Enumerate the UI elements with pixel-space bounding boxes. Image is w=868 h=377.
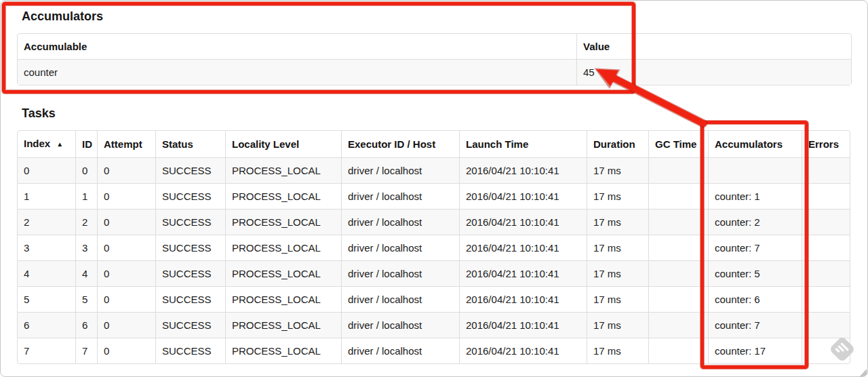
task-gc-time-cell	[648, 183, 708, 209]
task-locality-cell: PROCESS_LOCAL	[225, 209, 341, 235]
task-index-cell: 0	[18, 157, 75, 183]
col-header-attempt[interactable]: Attempt	[97, 131, 155, 157]
task-row: 550SUCCESSPROCESS_LOCALdriver / localhos…	[18, 286, 850, 312]
task-status-cell: SUCCESS	[155, 183, 225, 209]
task-status-cell: SUCCESS	[155, 157, 225, 183]
task-status-cell: SUCCESS	[155, 312, 225, 338]
task-attempt-cell: 0	[97, 260, 155, 286]
task-attempt-cell: 0	[97, 286, 155, 312]
task-launch-time-cell: 2016/04/21 10:10:41	[459, 235, 587, 260]
task-duration-cell: 17 ms	[587, 338, 648, 363]
task-id-cell: 1	[75, 183, 97, 209]
col-header-gc-time[interactable]: GC Time	[648, 131, 708, 157]
task-duration-cell: 17 ms	[587, 157, 648, 183]
task-duration-cell: 17 ms	[587, 286, 648, 312]
accumulators-table: Accumulable Value counter 45	[17, 33, 852, 85]
task-executor-cell: driver / localhost	[341, 209, 459, 235]
task-accumulators-cell: counter: 7	[708, 235, 802, 260]
task-executor-cell: driver / localhost	[341, 157, 459, 183]
task-row: 330SUCCESSPROCESS_LOCALdriver / localhos…	[18, 235, 850, 260]
task-duration-cell: 17 ms	[587, 235, 648, 260]
task-id-cell: 5	[75, 286, 97, 312]
task-gc-time-cell	[648, 260, 708, 286]
task-gc-time-cell	[648, 338, 708, 363]
col-header-executor-id-host[interactable]: Executor ID / Host	[341, 131, 459, 157]
task-locality-cell: PROCESS_LOCAL	[225, 260, 341, 286]
task-attempt-cell: 0	[97, 183, 155, 209]
task-errors-cell	[802, 260, 850, 286]
tasks-section-title: Tasks	[22, 106, 849, 121]
task-errors-cell	[802, 209, 850, 235]
task-status-cell: SUCCESS	[155, 235, 225, 260]
col-header-index-label: Index	[24, 138, 50, 149]
task-attempt-cell: 0	[97, 312, 155, 338]
task-launch-time-cell: 2016/04/21 10:10:41	[459, 157, 587, 183]
task-launch-time-cell: 2016/04/21 10:10:41	[459, 209, 587, 235]
accumulators-section-title: Accumulators	[22, 9, 849, 24]
task-attempt-cell: 0	[97, 209, 155, 235]
task-launch-time-cell: 2016/04/21 10:10:41	[459, 312, 587, 338]
task-row: 770SUCCESSPROCESS_LOCALdriver / localhos…	[18, 338, 850, 363]
task-row: 660SUCCESSPROCESS_LOCALdriver / localhos…	[18, 312, 850, 338]
task-errors-cell	[802, 235, 850, 260]
task-index-cell: 5	[18, 286, 75, 312]
page-content: Accumulators Accumulable Value counter 4…	[1, 1, 867, 364]
col-header-value[interactable]: Value	[576, 34, 851, 59]
col-header-accumulable[interactable]: Accumulable	[18, 34, 576, 59]
task-id-cell: 6	[75, 312, 97, 338]
task-gc-time-cell	[648, 312, 708, 338]
task-attempt-cell: 0	[97, 157, 155, 183]
col-header-locality-level[interactable]: Locality Level	[225, 131, 341, 157]
task-accumulators-cell: counter: 17	[708, 338, 802, 363]
task-gc-time-cell	[648, 209, 708, 235]
tasks-table: Index▲ ID Attempt Status Locality Level …	[17, 130, 850, 364]
task-launch-time-cell: 2016/04/21 10:10:41	[459, 260, 587, 286]
task-locality-cell: PROCESS_LOCAL	[225, 312, 341, 338]
task-index-cell: 6	[18, 312, 75, 338]
accumulators-header-row: Accumulable Value	[18, 34, 851, 59]
accumulator-row: counter 45	[18, 59, 851, 85]
col-header-id[interactable]: ID	[75, 131, 97, 157]
task-accumulators-cell: counter: 7	[708, 312, 802, 338]
task-executor-cell: driver / localhost	[341, 338, 459, 363]
task-duration-cell: 17 ms	[587, 260, 648, 286]
task-id-cell: 7	[75, 338, 97, 363]
task-row: 220SUCCESSPROCESS_LOCALdriver / localhos…	[18, 209, 850, 235]
task-duration-cell: 17 ms	[587, 183, 648, 209]
task-executor-cell: driver / localhost	[341, 260, 459, 286]
task-row: 000SUCCESSPROCESS_LOCALdriver / localhos…	[18, 157, 850, 183]
task-index-cell: 3	[18, 235, 75, 260]
task-gc-time-cell	[648, 286, 708, 312]
col-header-duration[interactable]: Duration	[587, 131, 648, 157]
col-header-index[interactable]: Index▲	[18, 131, 75, 157]
task-id-cell: 2	[75, 209, 97, 235]
task-executor-cell: driver / localhost	[341, 183, 459, 209]
task-accumulators-cell: counter: 6	[708, 286, 802, 312]
sort-ascending-icon: ▲	[56, 140, 63, 148]
task-row: 110SUCCESSPROCESS_LOCALdriver / localhos…	[18, 183, 850, 209]
accumulable-name-cell: counter	[18, 59, 576, 85]
spark-stage-page: Accumulators Accumulable Value counter 4…	[0, 0, 868, 377]
col-header-accumulators[interactable]: Accumulators	[708, 131, 802, 157]
task-index-cell: 4	[18, 260, 75, 286]
task-index-cell: 7	[18, 338, 75, 363]
task-launch-time-cell: 2016/04/21 10:10:41	[459, 338, 587, 363]
task-index-cell: 2	[18, 209, 75, 235]
task-status-cell: SUCCESS	[155, 338, 225, 363]
task-id-cell: 3	[75, 235, 97, 260]
task-gc-time-cell	[648, 235, 708, 260]
task-executor-cell: driver / localhost	[341, 286, 459, 312]
task-status-cell: SUCCESS	[155, 286, 225, 312]
task-status-cell: SUCCESS	[155, 209, 225, 235]
task-locality-cell: PROCESS_LOCAL	[225, 235, 341, 260]
col-header-errors[interactable]: Errors	[802, 131, 850, 157]
task-launch-time-cell: 2016/04/21 10:10:41	[459, 286, 587, 312]
task-executor-cell: driver / localhost	[341, 312, 459, 338]
col-header-launch-time[interactable]: Launch Time	[459, 131, 587, 157]
task-gc-time-cell	[648, 157, 708, 183]
col-header-status[interactable]: Status	[155, 131, 225, 157]
task-duration-cell: 17 ms	[587, 312, 648, 338]
task-launch-time-cell: 2016/04/21 10:10:41	[459, 183, 587, 209]
task-accumulators-cell	[708, 157, 802, 183]
task-index-cell: 1	[18, 183, 75, 209]
